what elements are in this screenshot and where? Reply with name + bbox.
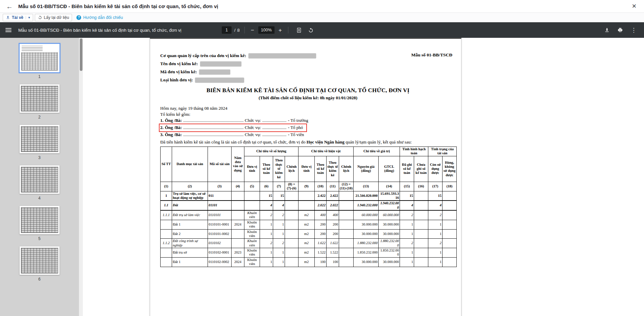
member-role-dots: ................................: [262, 125, 287, 131]
scrollbar-thumb[interactable]: [80, 38, 82, 71]
page-thumbnail-2[interactable]: [20, 84, 59, 113]
page-total: 8: [237, 28, 240, 33]
more-options-icon[interactable]: ⋮: [629, 27, 639, 34]
asset-table-cell: m2: [299, 248, 315, 258]
asset-table-cell: [339, 191, 354, 201]
thumbnail-art: [21, 207, 58, 233]
print-icon[interactable]: [617, 27, 623, 33]
col-header-diff-qty: Chênh lệch: [285, 156, 299, 182]
asset-table-cell: 2: [428, 239, 443, 248]
asset-table-cell: m2: [299, 239, 315, 248]
sidebar-scrollbar[interactable]: [79, 38, 83, 316]
asset-table-cell: 30.000.000: [354, 229, 379, 239]
pdf-controls: 1 / 8 − 100% +: [222, 26, 317, 34]
fit-page-icon[interactable]: [296, 27, 302, 33]
column-number: (1): [161, 182, 172, 191]
asset-table-cell: [414, 201, 428, 210]
asset-table-cell: 1: [273, 229, 285, 239]
asset-table-cell: [414, 257, 428, 267]
thumbnail-page-number: 1: [38, 74, 41, 79]
asset-table-cell: 1: [273, 248, 285, 258]
menu-icon[interactable]: [5, 28, 11, 32]
asset-table-cell: 1: [400, 229, 414, 239]
redacted-value: [199, 70, 230, 75]
page-number-input[interactable]: 1: [222, 26, 232, 34]
column-number: (13): [354, 182, 379, 191]
asset-table-cell: [414, 191, 428, 201]
meta-label: Cơ quan quản lý cấp trên của đơn vị kiểm…: [160, 53, 246, 58]
page-thumbnail-4[interactable]: [20, 165, 59, 194]
asset-table-cell: [443, 191, 457, 201]
thumbnail-art: [21, 248, 58, 273]
pdf-download-icon[interactable]: [604, 27, 610, 33]
col-header-books-phys: Theo sổ kế toán: [315, 156, 327, 182]
col-header-unit-phys: Đơn vị tính: [299, 156, 315, 182]
asset-table-cell: [285, 201, 299, 210]
asset-table-cell: 2: [428, 210, 443, 220]
zoom-in-icon[interactable]: +: [277, 27, 283, 33]
asset-table-cell: 1.850.232.000: [379, 248, 400, 258]
asset-table-cell: [339, 210, 354, 220]
member-role: - Tổ phó: [288, 125, 303, 130]
column-number: (17): [428, 182, 443, 191]
asset-table-cell: [339, 257, 354, 267]
column-number: (11): [327, 182, 339, 191]
asset-table-cell: [299, 191, 315, 201]
asset-table-cell: [285, 257, 299, 267]
asset-table-cell: 4: [260, 201, 273, 210]
chevron-down-icon[interactable]: ▾: [26, 16, 30, 19]
meta-label: Mã đơn vị kiểm kê:: [160, 69, 197, 75]
col-group-physical: Chỉ tiêu về hiện vật: [299, 147, 354, 156]
asset-table-cell: 1: [428, 220, 443, 229]
zoom-out-icon[interactable]: −: [249, 27, 256, 33]
committee-members: 1.Ông /Bà:..............................…: [160, 117, 456, 138]
asset-table-cell: [339, 229, 354, 239]
asset-table-cell: 2: [273, 239, 285, 248]
pdf-document-title: Mẫu số 01-BB/TSCĐ - Biên bản kiểm kê tài…: [18, 28, 181, 33]
asset-table-cell: [161, 220, 172, 229]
back-icon[interactable]: ←: [6, 3, 13, 10]
asset-table-cell: [161, 257, 172, 267]
thumbnail-sidebar: 123456: [0, 38, 79, 316]
asset-table-cell: [339, 220, 354, 229]
thumbnail-page-number: 5: [38, 236, 41, 241]
asset-table-cell: m2: [299, 210, 315, 220]
asset-table-cell: [443, 220, 457, 229]
thumbnail-art: [22, 46, 43, 51]
page-thumbnail-1[interactable]: [20, 44, 59, 72]
asset-table-cell: 011: [208, 191, 232, 201]
page-thumbnail-3[interactable]: [20, 125, 59, 153]
download-button[interactable]: Tải về ▾: [3, 14, 33, 21]
asset-table-cell: Khuôn viên: [244, 220, 260, 229]
redacted-value: [248, 53, 316, 58]
reload-data-button[interactable]: Lấy lại dữ liệu: [35, 14, 72, 21]
page-thumbnail-6[interactable]: [20, 246, 59, 275]
asset-table-cell: Khuôn viên: [244, 257, 260, 267]
member-role: - Tổ trưởng: [288, 118, 308, 123]
guide-link[interactable]: ? Hướng dẫn đối chiếu: [76, 15, 123, 20]
asset-table-cell: 30.000.000: [379, 257, 400, 267]
column-number: (15): [400, 182, 414, 191]
team-intro: Tổ kiểm kê gồm:: [160, 111, 456, 117]
meta-label: Loại hình đơn vị:: [160, 77, 193, 83]
asset-table-cell: 2.022: [327, 201, 339, 210]
asset-table-cell: Trụ sở làm việc, cơ sở hoạt động sự nghi…: [172, 191, 208, 201]
asset-table-cell: Khuôn viên: [244, 248, 260, 258]
document-page: Mẫu số 01-BB/TSCĐ Cơ quan quản lý cấp tr…: [150, 38, 461, 316]
page-thumbnail-5[interactable]: [20, 206, 59, 234]
member-name-dots: ........................................…: [183, 132, 243, 138]
col-header-not-recorded: Chưa ghi sổ kế toán: [414, 156, 428, 182]
committee-member-line: 3.Ông /Bà:..............................…: [160, 131, 307, 138]
download-icon: [6, 15, 10, 20]
col-header-actual-qty: Theo thực tế kiểm kê: [273, 156, 285, 182]
rotate-icon[interactable]: [308, 27, 314, 33]
summary-org: Học viện Ngân hàng: [307, 139, 344, 144]
asset-table-cell: 01101: [208, 201, 232, 210]
asset-table-cell: [414, 220, 428, 229]
col-header-category: Danh mục tài sản: [172, 147, 208, 182]
asset-table-cell: 2: [260, 210, 273, 220]
asset-table-cell: [285, 248, 299, 258]
member-name-dots: ........................................…: [183, 117, 243, 124]
asset-table-cell: 2024: [232, 257, 244, 267]
close-icon[interactable]: ✕: [630, 2, 638, 10]
